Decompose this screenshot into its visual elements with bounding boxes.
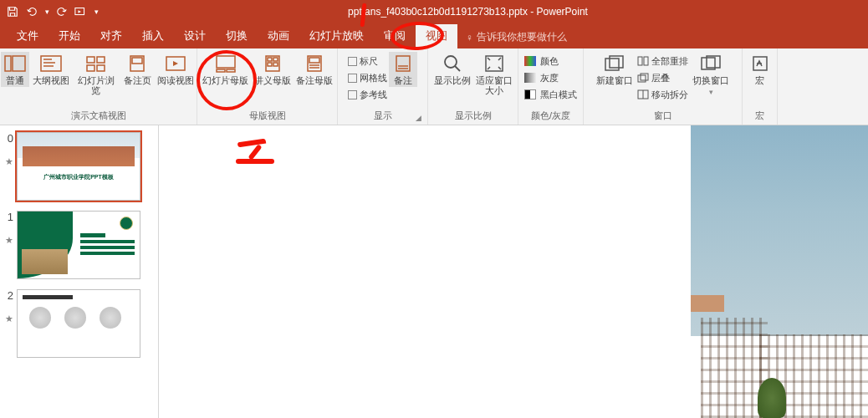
svg-rect-32 — [605, 59, 619, 70]
svg-rect-12 — [132, 58, 142, 64]
arrange-all-button[interactable]: 全部重排 — [637, 54, 688, 69]
gridlines-checkbox[interactable]: 网格线 — [348, 70, 387, 85]
tab-view[interactable]: 视图 — [416, 24, 457, 48]
tab-transitions[interactable]: 切换 — [216, 24, 258, 48]
cascade-button[interactable]: 层叠 — [637, 70, 688, 85]
macros-button[interactable]: 宏 — [746, 52, 774, 87]
tell-me[interactable]: ♀ 告诉我你想要做什么 — [457, 26, 575, 48]
group-macros-label: 宏 — [746, 108, 774, 125]
fit-window-button[interactable]: 适应窗口大小 — [474, 52, 514, 97]
grayscale-button[interactable]: 灰度 — [524, 70, 577, 85]
view-reading-button[interactable]: 阅读视图 — [156, 52, 196, 87]
group-show: 标尺 网格线 参考线 备注 显示◢ — [338, 48, 428, 125]
view-sorter-label: 幻灯片浏览 — [74, 75, 118, 95]
gridlines-label: 网格线 — [360, 72, 387, 84]
notes-master-button[interactable]: 备注母版 — [294, 52, 334, 87]
move-split-button[interactable]: 移动拆分 — [637, 87, 688, 102]
color-swatch-icon — [524, 56, 536, 66]
color-label: 颜色 — [540, 55, 559, 68]
view-sorter-button[interactable]: 幻灯片浏览 — [73, 52, 119, 97]
start-from-beginning-icon[interactable] — [72, 3, 90, 21]
tab-file[interactable]: 文件 — [7, 24, 49, 48]
tab-home[interactable]: 开始 — [49, 24, 90, 48]
thumbnail-row-0[interactable]: 0 ★ 广州城市职业学院PPT模板 — [0, 125, 158, 204]
thumbnail-row-1[interactable]: 1 ★ — [0, 204, 158, 283]
blackwhite-label: 黑白模式 — [540, 89, 577, 101]
dialog-launcher-icon[interactable]: ◢ — [416, 114, 421, 122]
thumbnail-0-caption: 广州城市职业学院PPT模板 — [18, 173, 140, 181]
redo-icon[interactable] — [53, 3, 71, 21]
quick-access-toolbar: ▾ ▾ — [0, 3, 101, 21]
svg-rect-1 — [5, 56, 11, 71]
svg-rect-23 — [309, 58, 319, 63]
tab-design[interactable]: 设计 — [174, 24, 216, 48]
svg-rect-14 — [217, 56, 235, 68]
undo-dropdown-icon[interactable]: ▾ — [42, 3, 52, 21]
svg-rect-36 — [638, 75, 646, 82]
window-title: pptfans_f403b0c12b0d1191273b13.pptx - Po… — [101, 6, 868, 18]
ruler-label: 标尺 — [360, 55, 378, 68]
notes-button-label: 备注 — [394, 75, 412, 85]
group-zoom: 显示比例 适应窗口大小 显示比例 — [428, 48, 518, 125]
group-color-grayscale-label: 颜色/灰度 — [522, 108, 580, 125]
svg-rect-10 — [97, 65, 105, 71]
new-window-label: 新建窗口 — [596, 75, 633, 85]
annotation-digit-2 — [236, 159, 274, 164]
svg-rect-37 — [641, 74, 648, 80]
tab-align[interactable]: 对齐 — [90, 24, 132, 48]
svg-rect-15 — [217, 69, 225, 72]
qat-customize-icon[interactable]: ▾ — [91, 3, 101, 21]
tab-slideshow[interactable]: 幻灯片放映 — [299, 24, 374, 48]
thumbnail-2[interactable] — [17, 289, 140, 358]
svg-rect-34 — [638, 57, 642, 65]
blackwhite-button[interactable]: 黑白模式 — [524, 87, 577, 102]
zoom-button[interactable]: 显示比例 — [432, 52, 472, 87]
view-outline-button[interactable]: 大纲视图 — [31, 52, 71, 87]
new-window-button[interactable]: 新建窗口 — [594, 52, 636, 87]
color-button[interactable]: 颜色 — [524, 54, 577, 69]
thumbnail-star-icon: ★ — [5, 156, 13, 167]
svg-rect-8 — [97, 57, 105, 63]
group-zoom-label: 显示比例 — [431, 108, 514, 125]
tab-insert[interactable]: 插入 — [132, 24, 174, 48]
svg-rect-19 — [273, 58, 278, 61]
arrange-all-label: 全部重排 — [651, 55, 688, 68]
slide-edit-area[interactable] — [159, 125, 868, 418]
main-slide-preview — [691, 125, 868, 418]
slide-master-button[interactable]: 幻灯片母版 — [201, 52, 251, 87]
group-show-label: 显示◢ — [341, 108, 424, 125]
group-macros: 宏 宏 — [743, 48, 778, 125]
tab-animations[interactable]: 动画 — [258, 24, 299, 48]
tell-me-label: 告诉我你想要做什么 — [477, 30, 567, 44]
zoom-label: 显示比例 — [434, 75, 471, 85]
guides-label: 参考线 — [360, 89, 387, 101]
group-color-grayscale: 颜色 灰度 黑白模式 颜色/灰度 — [518, 48, 584, 125]
fit-window-label: 适应窗口大小 — [475, 75, 513, 95]
undo-icon[interactable] — [23, 3, 41, 21]
switch-window-label: 切换窗口 — [692, 75, 729, 85]
cascade-label: 层叠 — [651, 72, 670, 84]
view-notes-page-button[interactable]: 备注页 — [120, 52, 154, 87]
thumbnail-1[interactable] — [17, 211, 140, 279]
switch-window-button[interactable]: 切换窗口 ▾ — [690, 52, 732, 99]
view-notes-page-label: 备注页 — [124, 75, 151, 85]
notes-button[interactable]: 备注 — [389, 52, 417, 87]
svg-rect-16 — [227, 69, 235, 72]
save-icon[interactable] — [3, 3, 22, 21]
checkbox-icon — [348, 90, 357, 99]
thumbnail-row-2[interactable]: 2 ★ — [0, 283, 158, 361]
tab-review[interactable]: 审阅 — [374, 24, 416, 48]
guides-checkbox[interactable]: 参考线 — [348, 87, 387, 102]
thumbnail-number: 1 — [3, 211, 13, 223]
handout-master-button[interactable]: 讲义母版 — [253, 52, 293, 87]
ruler-checkbox[interactable]: 标尺 — [348, 54, 387, 69]
thumbnail-0[interactable]: 广州城市职业学院PPT模板 — [17, 132, 140, 201]
view-normal-label: 普通 — [6, 75, 24, 85]
view-normal-button[interactable]: 普通 — [1, 52, 29, 87]
slide-thumbnail-panel[interactable]: 0 ★ 广州城市职业学院PPT模板 1 ★ 2 ★ — [0, 125, 159, 418]
grayscale-swatch-icon — [524, 73, 536, 83]
ribbon: 普通 大纲视图 幻灯片浏览 备注页 阅读视图 演示文稿视图 — [0, 48, 868, 125]
grayscale-label: 灰度 — [540, 72, 559, 84]
thumbnail-number: 0 — [3, 132, 13, 145]
thumbnail-star-icon: ★ — [5, 235, 13, 246]
